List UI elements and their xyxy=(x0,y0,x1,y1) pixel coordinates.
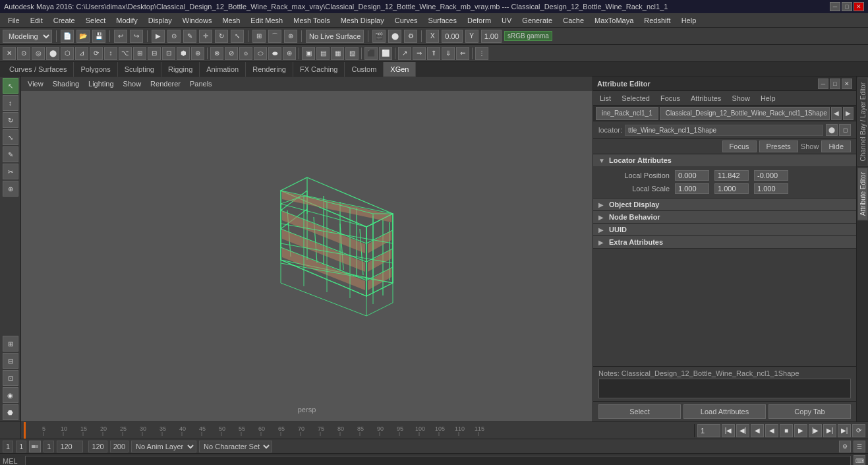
menu-select[interactable]: Select xyxy=(80,15,111,26)
menu-redshift[interactable]: Redshift xyxy=(639,15,676,26)
vp-menu-shading[interactable]: Shading xyxy=(49,79,83,88)
render-view-button[interactable]: 🎬 xyxy=(372,30,386,43)
tool-snap4[interactable]: ◉ xyxy=(3,387,18,403)
char-set-dropdown[interactable]: No Character Set xyxy=(199,441,272,452)
goto-end-button[interactable]: ▶| xyxy=(838,424,851,437)
extra-attributes-header[interactable]: ▶ Extra Attributes xyxy=(593,236,856,248)
tab-polygons[interactable]: Polygons xyxy=(74,62,117,77)
shelf-btn-28[interactable]: ⇒ xyxy=(413,47,426,60)
tool-2[interactable]: ↕ xyxy=(3,95,18,111)
channel-bay-tab[interactable]: Channel Bay / Layer Editor xyxy=(857,78,868,166)
timeline-inner[interactable]: 5 10 15 20 25 30 35 40 45 50 5 xyxy=(21,422,694,439)
locator-icon-1[interactable]: ⬤ xyxy=(826,124,838,136)
next-key-button[interactable]: |▶ xyxy=(809,424,822,437)
module-dropdown[interactable]: Modeling xyxy=(3,30,52,43)
shelf-btn-4[interactable]: ⬤ xyxy=(46,47,59,60)
mel-script-icon[interactable]: ⌨ xyxy=(854,455,865,466)
paint-tool-button[interactable]: ✎ xyxy=(183,30,196,43)
shelf-btn-12[interactable]: ⊡ xyxy=(162,47,175,60)
menu-uv[interactable]: UV xyxy=(496,15,517,26)
vp-menu-view[interactable]: View xyxy=(24,79,47,88)
ae-nav-show[interactable]: Show xyxy=(728,93,754,104)
frame-field-2[interactable]: 1 xyxy=(16,441,26,452)
menu-display[interactable]: Display xyxy=(143,15,177,26)
shelf-btn-25[interactable]: ⬛ xyxy=(364,47,378,60)
shelf-btn-10[interactable]: ⊞ xyxy=(133,47,146,60)
open-scene-button[interactable]: 📂 xyxy=(76,30,90,43)
rotate-tool-button[interactable]: ↻ xyxy=(215,30,228,43)
frame-field-3[interactable]: 1 xyxy=(43,441,54,452)
tab-curves-surfaces[interactable]: Curves / Surfaces xyxy=(3,62,74,77)
menu-generate[interactable]: Generate xyxy=(517,15,558,26)
shelf-btn-8[interactable]: ↕ xyxy=(104,47,117,60)
load-attributes-button[interactable]: Load Attributes xyxy=(683,404,766,419)
ae-nav-focus[interactable]: Focus xyxy=(656,93,684,104)
playback-end-field[interactable]: 120 xyxy=(57,441,83,452)
step-forward-button[interactable]: ▶| xyxy=(823,424,836,437)
vp-menu-renderer[interactable]: Renderer xyxy=(146,79,185,88)
mel-input[interactable] xyxy=(25,456,851,466)
menu-deform[interactable]: Deform xyxy=(462,15,496,26)
vp-menu-panels[interactable]: Panels xyxy=(186,79,216,88)
anim-range-btn[interactable] xyxy=(29,441,41,452)
shelf-btn-29[interactable]: ⇑ xyxy=(427,47,440,60)
shelf-btn-7[interactable]: ⟳ xyxy=(90,47,103,60)
menu-help[interactable]: Help xyxy=(676,15,702,26)
goto-start-button[interactable]: |◀ xyxy=(722,424,735,437)
select-tool-left[interactable]: ↖ xyxy=(3,78,18,94)
menu-cache[interactable]: Cache xyxy=(558,15,589,26)
shelf-btn-5[interactable]: ⬡ xyxy=(61,47,74,60)
object-display-header[interactable]: ▶ Object Display xyxy=(593,199,856,210)
viewport[interactable]: View Shading Lighting Show Renderer Pane… xyxy=(21,77,593,421)
shelf-btn-14[interactable]: ⊕ xyxy=(191,47,204,60)
undo-button[interactable]: ↩ xyxy=(114,30,127,43)
tab-custom[interactable]: Custom xyxy=(345,62,384,77)
max-field[interactable]: 200 xyxy=(110,441,129,452)
shelf-btn-19[interactable]: ⬬ xyxy=(268,47,281,60)
local-scale-y[interactable] xyxy=(714,183,749,194)
object-tab-2[interactable]: Classical_Design_12_Bottle_Wine_Rack_ncl… xyxy=(660,107,830,120)
attr-editor-close-icon[interactable]: ✕ xyxy=(842,78,852,89)
preferences-icon[interactable]: ☰ xyxy=(854,441,865,452)
shelf-btn-9[interactable]: ⌥ xyxy=(119,47,132,60)
shelf-btn-1[interactable]: ✕ xyxy=(3,47,16,60)
menu-edit-mesh[interactable]: Edit Mesh xyxy=(245,15,288,26)
shelf-btn-27[interactable]: ↗ xyxy=(398,47,411,60)
shelf-btn-16[interactable]: ⊘ xyxy=(225,47,238,60)
ae-nav-help[interactable]: Help xyxy=(757,93,780,104)
menu-create[interactable]: Create xyxy=(48,15,80,26)
tab-rendering[interactable]: Rendering xyxy=(246,62,293,77)
menu-mesh-display[interactable]: Mesh Display xyxy=(335,15,390,26)
local-scale-z[interactable] xyxy=(754,183,788,194)
tool-snap[interactable]: ⊞ xyxy=(3,336,18,352)
attr-editor-maximize-icon[interactable]: □ xyxy=(830,78,840,89)
local-pos-y[interactable] xyxy=(714,170,749,181)
notes-textarea[interactable] xyxy=(598,379,851,398)
shelf-btn-11[interactable]: ⊟ xyxy=(148,47,161,60)
play-back-button[interactable]: ◀ xyxy=(765,424,778,437)
ae-nav-list[interactable]: List xyxy=(596,93,615,104)
tool-snap3[interactable]: ⊡ xyxy=(3,370,18,386)
lasso-tool-button[interactable]: ⊙ xyxy=(167,30,181,43)
shelf-btn-3[interactable]: ◎ xyxy=(32,47,45,60)
menu-modify[interactable]: Modify xyxy=(111,15,142,26)
shelf-btn-17[interactable]: ⌾ xyxy=(239,47,252,60)
locator-attributes-header[interactable]: ▼ Locator Attributes xyxy=(593,154,856,166)
snap-curve-button[interactable]: ⌒ xyxy=(268,30,281,43)
locator-icon-2[interactable]: ◻ xyxy=(839,124,851,136)
tab-nav-prev[interactable]: ◀ xyxy=(831,107,842,120)
hide-button[interactable]: Hide xyxy=(821,140,851,152)
shelf-btn-32[interactable]: ⋮ xyxy=(475,47,488,60)
tool-3[interactable]: ↻ xyxy=(3,112,18,128)
anim-end-field[interactable]: 120 xyxy=(88,441,107,452)
play-forward-button[interactable]: ▶ xyxy=(794,424,807,437)
menu-maxtomaya[interactable]: MaxToMaya xyxy=(589,15,639,26)
tab-nav-next[interactable]: ▶ xyxy=(843,107,854,120)
object-tab-1[interactable]: ine_Rack_ncl1_1 xyxy=(596,107,658,120)
move-tool-button[interactable]: ✛ xyxy=(199,30,212,43)
local-pos-x[interactable] xyxy=(675,170,709,181)
shelf-btn-31[interactable]: ⇐ xyxy=(456,47,469,60)
select-tool-button[interactable]: ▶ xyxy=(152,30,165,43)
presets-button[interactable]: Presets xyxy=(759,140,798,152)
shelf-btn-2[interactable]: ⊙ xyxy=(17,47,30,60)
